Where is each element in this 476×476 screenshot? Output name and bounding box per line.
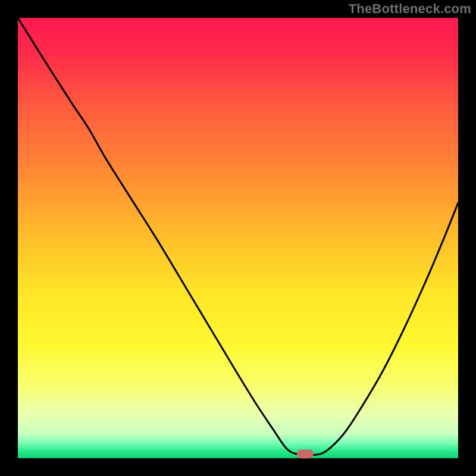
optimal-point-marker: [297, 449, 314, 458]
plot-area: [18, 18, 458, 458]
chart-frame: TheBottleneck.com: [0, 0, 476, 476]
watermark-text: TheBottleneck.com: [349, 1, 471, 17]
curve-layer: [18, 18, 458, 458]
bottleneck-curve: [18, 18, 458, 455]
